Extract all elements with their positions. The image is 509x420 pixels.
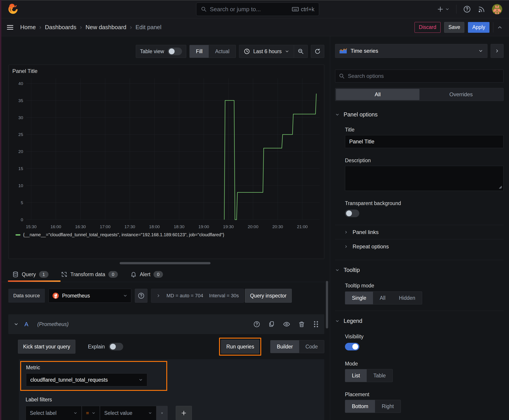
table-view-toggle[interactable] [168,48,182,55]
fill-actual-segmented: Fill Actual [190,45,236,58]
transparent-background-label: Transparent background [345,200,504,206]
save-button[interactable]: Save [444,22,464,33]
select-label-dropdown[interactable]: Select label [26,406,82,420]
mega-menu-button[interactable] [6,23,14,31]
visualization-picker[interactable]: Time series [335,44,487,58]
refresh-button[interactable] [311,45,324,58]
options-search-input[interactable] [348,73,500,79]
legend-placement-bottom[interactable]: Bottom [345,400,375,412]
query-editor-toolbar: Kick start your query Explain Run querie… [8,338,324,356]
help-icon[interactable] [253,321,260,328]
query-row-header[interactable]: A (Prometheus) [8,314,324,334]
legend-mode-table[interactable]: Table [367,369,393,382]
panel-title: Panel Title [12,68,320,74]
collapse-options-pane-button[interactable] [497,24,503,30]
datasource-picker[interactable]: Prometheus [48,289,131,303]
breadcrumb-dashboards[interactable]: Dashboards [45,24,76,31]
hamburger-icon [6,23,14,31]
repeat-options-row[interactable]: Repeat options [335,239,504,254]
legend-visibility-toggle[interactable] [345,343,359,351]
drag-handle-icon[interactable] [313,321,319,328]
query-builder-body: Metric cloudflared_tunnel_total_requests… [19,359,324,420]
chevron-down-icon[interactable] [14,322,19,327]
panel-links-row[interactable]: Panel links [335,225,504,239]
tooltip-header[interactable]: Tooltip [335,267,504,273]
chevron-right-icon: › [39,24,41,31]
legend-placement-right[interactable]: Right [375,400,401,412]
pane-resize-handle[interactable] [120,262,211,264]
legend-header[interactable]: Legend [335,318,504,324]
tab-alert[interactable]: Alert 0 [130,271,163,282]
global-search-input[interactable] [210,6,292,13]
query-count-badge: 1 [39,271,48,278]
apply-button[interactable]: Apply [468,22,489,33]
tooltip-mode-all[interactable]: All [373,292,392,304]
actual-option[interactable]: Actual [209,45,236,58]
operator-dropdown[interactable]: = [82,406,100,420]
user-avatar[interactable] [492,4,502,14]
query-options-summary[interactable]: MD = auto = 704 Interval = 30s [151,289,244,303]
time-range-control: Last 6 hours [239,45,308,58]
legend-title: Legend [344,318,362,324]
duplicate-icon[interactable] [268,321,275,328]
breadcrumb-new-dashboard[interactable]: New dashboard [85,24,126,31]
add-filter-button[interactable] [176,406,192,420]
svg-text:17:00: 17:00 [100,224,111,229]
tab-transform-label: Transform data [70,271,105,278]
help-button[interactable] [463,5,471,13]
metric-select[interactable]: cloudflared_tunnel_total_requests [26,373,147,386]
builder-option[interactable]: Builder [270,340,299,353]
fill-option[interactable]: Fill [190,45,209,58]
tooltip-mode-single[interactable]: Single [345,292,373,304]
select-value-dropdown[interactable]: Select value [100,406,156,420]
trash-icon[interactable] [298,321,305,328]
chart-panel[interactable]: Panel Title 051015202530354015:3016:0016… [8,65,324,259]
chevron-up-icon [497,24,503,30]
datasource-help-button[interactable] [135,289,147,303]
zoom-out-button[interactable] [294,45,307,58]
news-button[interactable] [478,5,485,13]
tab-transform-data[interactable]: Transform data 0 [61,271,118,282]
run-queries-button[interactable]: Run queries [221,340,259,354]
panel-options-header[interactable]: Panel options [335,111,504,118]
visualization-name: Time series [350,48,378,54]
divider [456,5,456,14]
toggle-viz-suggestions-button[interactable] [491,44,504,58]
global-search[interactable]: ctrl+k [196,2,319,16]
query-ref-id: A [24,321,28,328]
query-inspector-button[interactable]: Query inspector [245,289,291,303]
grafana-logo-icon[interactable] [8,4,18,15]
discard-button[interactable]: Discard [415,22,441,33]
panel-title-input[interactable] [345,135,504,148]
tab-overrides[interactable]: Overrides [419,89,503,100]
svg-text:20:30: 20:30 [273,224,283,229]
tab-all[interactable]: All [336,89,419,100]
query-pane-scrollbar[interactable] [326,281,328,329]
time-range-picker[interactable]: Last 6 hours [239,48,294,54]
eye-icon[interactable] [283,321,290,328]
datasource-row: Data source Prometheus [8,289,330,303]
breadcrumb: Home › Dashboards › New dashboard › Edit… [20,24,161,31]
time-series-chart[interactable]: 051015202530354015:3016:0016:3017:0017:3… [12,74,321,231]
options-search[interactable] [335,69,504,82]
label-filter-row: Select label = Select value [26,406,320,420]
explain-toggle[interactable] [109,343,123,351]
new-dashboard-button[interactable] [437,6,449,13]
code-option[interactable]: Code [299,340,324,353]
legend-mode-label: Mode [345,361,504,367]
query-row-actions [253,321,319,328]
description-textarea[interactable] [345,166,504,191]
tooltip-mode-hidden[interactable]: Hidden [392,292,422,304]
resize-handle-icon[interactable] [499,186,502,189]
remove-filter-button[interactable] [156,406,168,420]
datasource-label: Data source [8,289,45,303]
panel-options-title: Panel options [344,111,378,118]
kick-start-button[interactable]: Kick start your query [18,340,76,354]
series-label[interactable]: {__name__="cloudflared_tunnel_total_requ… [23,232,224,237]
tab-query[interactable]: Query 1 [12,271,48,282]
chevron-down-icon [285,49,289,54]
legend-mode-list[interactable]: List [345,369,367,382]
transparent-background-toggle[interactable] [345,210,359,217]
breadcrumb-home[interactable]: Home [20,24,36,31]
chart-legend[interactable]: {__name__="cloudflared_tunnel_total_requ… [15,232,320,237]
